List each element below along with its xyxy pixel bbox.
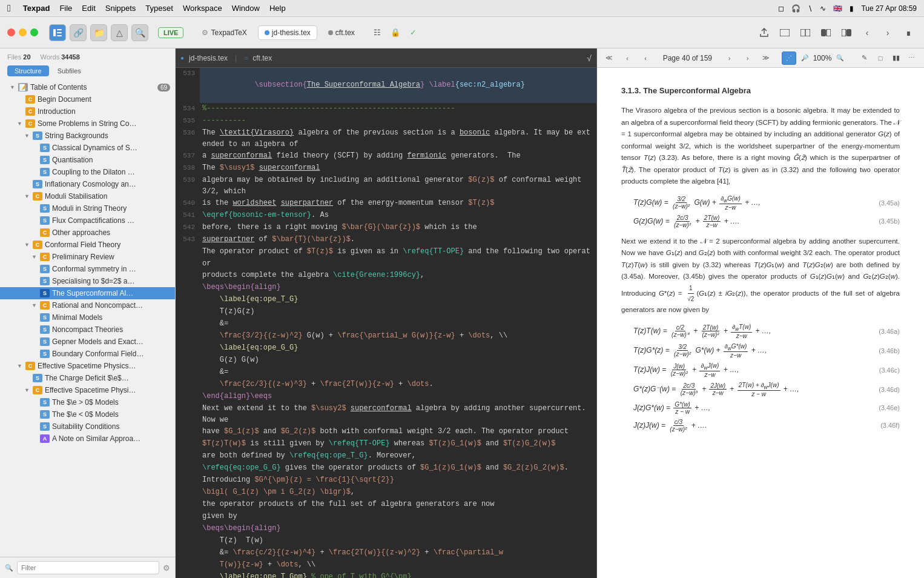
editor-body[interactable]: 533 \subsection{The Superconformal Algeb… [176, 68, 596, 578]
line-content-next1: Next we extend it to the $\susy2$ superc… [200, 403, 596, 426]
pause-icon[interactable]: ▮▮ [889, 51, 903, 65]
link-icon[interactable]: 🔗 [70, 24, 87, 41]
suit-icon: S [40, 422, 50, 431]
editor-header: ● jd-thesis.tex | ○ cft.tex √ [176, 48, 596, 68]
menu-window[interactable]: Window [232, 4, 260, 13]
sidebar-item-rational[interactable]: C Rational and Noncompact… [0, 299, 175, 311]
editor-line-tt1: T(z) T(w) [176, 535, 596, 547]
preview-nav-last[interactable]: ≫ [759, 51, 773, 65]
sidebar-item-toc[interactable]: 📝 Table of Contents 69 [0, 81, 175, 93]
sidebar-item-eff-spacetime[interactable]: C Effective Spacetime Physi… [0, 384, 175, 396]
preview-equations-345: T(z)G(w) = 3/2(z−w)² G(w) + ∂wG(w)z−w + … [633, 195, 900, 228]
menubar-dropbox-icon[interactable]: ◻ [778, 4, 784, 13]
editor-only-icon[interactable] [817, 24, 834, 41]
check-circle-icon[interactable]: ✓ [406, 25, 421, 41]
sidebar-item-moduli-string[interactable]: S Moduli in String Theory [0, 202, 175, 214]
preview-nav-prev[interactable]: ‹ [620, 51, 635, 65]
tab-structure[interactable]: Structure [7, 65, 49, 76]
sidebar-item-minimal[interactable]: S Minimal Models [0, 311, 175, 324]
share-icon[interactable] [756, 24, 773, 41]
sidebar-item-flux[interactable]: S Flux Compactifications … [0, 214, 175, 227]
close-button[interactable] [7, 28, 15, 36]
sidebar-item-inflationary[interactable]: S Inflationary Cosmology an… [0, 178, 175, 190]
filter-input[interactable] [17, 561, 159, 574]
sidebar-item-conformal-sym[interactable]: S Conformal symmetry in … [0, 263, 175, 275]
line-num-frac1 [176, 330, 200, 331]
folder-icon[interactable]: 📁 [90, 24, 107, 41]
sidebar-item-begin-doc[interactable]: C Begin Document [0, 93, 175, 105]
apple-menu[interactable]:  [7, 3, 11, 14]
app-name[interactable]: Texpad [23, 4, 50, 13]
nav-prev-icon[interactable]: ‹ [859, 24, 876, 41]
tab-subfiles[interactable]: Subfiles [50, 65, 88, 76]
tab-texpadtex[interactable]: ⚙ TexpadTeX [196, 26, 252, 39]
nav-next-icon[interactable]: › [879, 24, 896, 41]
panel-expand-icon[interactable]: ∎ [900, 24, 917, 41]
preview-only-icon[interactable] [838, 24, 855, 41]
sidebar-item-e-pos[interactable]: S The $\e > 0$ Models [0, 396, 175, 408]
more-icon[interactable]: ⋯ [905, 51, 919, 65]
preview-nav-first[interactable]: ≪ [602, 51, 616, 65]
line-content-beqs2: \beqs\begin{align} [200, 523, 596, 534]
sidebar-item-similar-approa[interactable]: A A Note on Similar Approa… [0, 433, 175, 445]
sidebar-item-specialising[interactable]: S Specialising to $d=2$ a… [0, 275, 175, 287]
single-pane-icon[interactable] [776, 24, 793, 41]
menu-edit[interactable]: Edit [82, 4, 95, 13]
line-content-536: The \textit{Virasoro} algebra of the pre… [200, 127, 596, 150]
sidebar-item-coupling[interactable]: S Coupling to the Dilaton … [0, 166, 175, 178]
sidebar-item-boundary-cft[interactable]: S Boundary Conformal Field… [0, 348, 175, 360]
sidebar-item-suitability[interactable]: S Suitability Conditions [0, 420, 175, 433]
annotations-icon[interactable]: ✎ [857, 51, 872, 65]
intro-icon: C [25, 107, 35, 116]
sidebar-item-introduction[interactable]: C Introduction [0, 105, 175, 118]
grid-view-icon[interactable]: ⋰ [782, 51, 796, 65]
search-icon[interactable]: 🔍 [131, 24, 148, 41]
preview-nav-next[interactable]: › [741, 51, 755, 65]
minimize-button[interactable] [19, 28, 27, 36]
sidebar-item-string-co[interactable]: C Some Problems in String Co… [0, 118, 175, 130]
math-eq-346d: G*(z)G⁻(w) = 2c/3(z−w)³ + 2J(w)z−w + 2T(… [633, 382, 900, 397]
sidebar-item-prelim[interactable]: C Preliminary Review [0, 251, 175, 263]
menu-help[interactable]: Help [269, 4, 286, 13]
lock-icon[interactable]: 🔒 [388, 25, 403, 41]
menu-snippets[interactable]: Snippets [105, 4, 136, 13]
sidebar-toggle-icon[interactable] [49, 24, 66, 41]
math-eq-346b: T(z)G*(z) = 3/2(z−w)² G*(w) + ∂wG*(w)z−w… [633, 343, 900, 359]
toc-arrow [10, 84, 16, 90]
sidebar-item-classical[interactable]: S Classical Dynamics of S… [0, 142, 175, 154]
tab-cft[interactable]: cft.tex [322, 26, 361, 39]
warning-icon[interactable]: △ [111, 24, 128, 41]
sidebar-item-superconformal-al[interactable]: S The Superconformal Al… [0, 287, 175, 299]
quant-icon: S [40, 156, 50, 164]
sidebar-item-quantisation[interactable]: S Quantisation [0, 154, 175, 166]
line-content-next9: given by [200, 511, 596, 522]
preview-nav-next2[interactable]: › [722, 51, 737, 65]
sidebar-item-spacetime[interactable]: C Effective Spacetime Physics… [0, 360, 175, 372]
math-mode-icon[interactable]: √ [587, 53, 592, 63]
menu-workspace[interactable]: Workspace [183, 4, 222, 13]
line-num-537: 537 [176, 150, 200, 162]
sidebar-item-e-neg[interactable]: S The $\e < 0$ Models [0, 408, 175, 420]
split-pane-icon[interactable] [797, 24, 814, 41]
sidebar-item-gepner[interactable]: S Gepner Models and Exact… [0, 336, 175, 348]
line-content-cont2: products complete the algebra \cite{Gree… [200, 270, 596, 281]
sidebar-item-other-approaches[interactable]: C Other approaches [0, 227, 175, 239]
filter-icon[interactable]: ☷ [369, 25, 385, 41]
zoom-in-icon[interactable]: 🔍 [833, 51, 847, 65]
sidebar-item-noncompact[interactable]: S Noncompact Theories [0, 324, 175, 336]
sidebar-item-string-backgrounds[interactable]: S String Backgrounds [0, 130, 175, 142]
editor-line-next7: \bigl( G_1(z) \pm i G_2(z) \bigr)$, [176, 487, 596, 499]
inf-label: Inflationary Cosmology an… [45, 180, 136, 188]
view-toggle-icon[interactable]: □ [873, 51, 888, 65]
menu-typeset[interactable]: Typeset [145, 4, 173, 13]
tab-jd-thesis[interactable]: jd-thesis.tex [258, 25, 317, 40]
sidebar-item-cft[interactable]: C Conformal Field Theory [0, 239, 175, 251]
menu-file[interactable]: File [59, 4, 72, 13]
maximize-button[interactable] [30, 28, 38, 36]
zoom-out-icon[interactable]: 🔎 [797, 51, 812, 65]
sidebar-item-moduli[interactable]: C Moduli Stabilisation [0, 190, 175, 202]
ep-icon: S [40, 398, 50, 407]
sidebar-item-charge-deficit[interactable]: S The Charge Deficit $\e$… [0, 372, 175, 384]
filter-gear-icon[interactable]: ⚙ [163, 563, 170, 573]
preview-nav-prev2[interactable]: ‹ [638, 51, 653, 65]
